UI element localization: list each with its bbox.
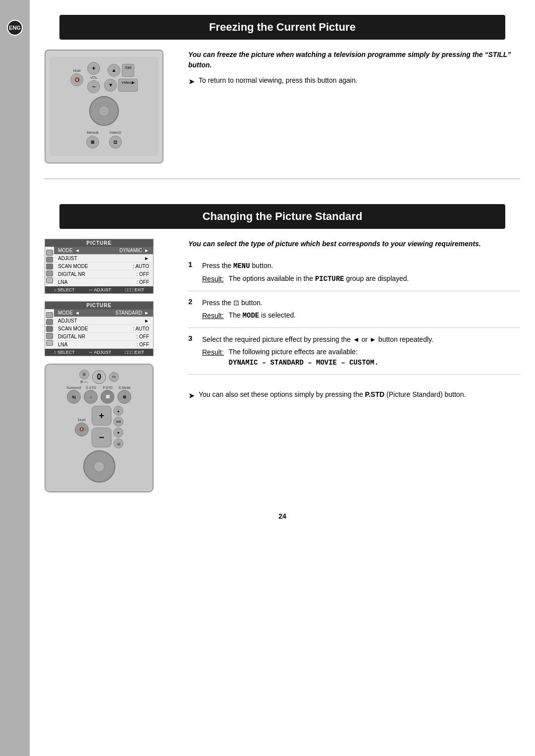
menu1-icon1 bbox=[46, 250, 53, 256]
nav-cross-freeze[interactable] bbox=[89, 96, 119, 126]
btn-still-large[interactable]: Still bbox=[113, 417, 123, 427]
section2-intro: You can select the type of picture which… bbox=[188, 239, 520, 249]
btn-ch-up-large[interactable]: ▲ bbox=[113, 406, 123, 416]
remote-large-row1: ⊞ ⊞ -/-- 0 TV bbox=[51, 370, 148, 384]
bullet-arrow-icon: ➤ bbox=[188, 76, 195, 88]
step3-num: 3 bbox=[188, 334, 202, 368]
nav-cross-large[interactable] bbox=[83, 450, 115, 483]
mute-button[interactable]: 🔇 bbox=[70, 73, 83, 86]
section1-left: Mute 🔇 + VOL − bbox=[45, 50, 173, 163]
menu1-row-mode: MODE ◄ DYNAMIC ► bbox=[54, 247, 153, 255]
menu1-icon2 bbox=[46, 257, 53, 263]
section1-intro: You can freeze the picture when watching… bbox=[188, 50, 520, 70]
step3-content: Select the required picture effect by pr… bbox=[202, 334, 520, 368]
menu-button-freeze[interactable]: ⊞ bbox=[86, 136, 99, 149]
step2-content: Press the ⊡ button. Result: The MODE is … bbox=[202, 297, 520, 322]
menu2-title: PICTURE bbox=[45, 302, 153, 309]
pstd-note: ➤ You can also set these options simply … bbox=[188, 389, 520, 402]
step2-result-label: Result: bbox=[202, 310, 224, 321]
section-picture-standard: Changing the Picture Standard PICTURE bbox=[30, 194, 535, 507]
menu2-rows: MODE ◄ STANDARD ► ADJUST ► bbox=[54, 309, 153, 349]
menu2-row-mode: MODE ◄ STANDARD ► bbox=[54, 309, 153, 317]
btn-smode[interactable]: ⊞ bbox=[117, 390, 131, 404]
section1-right: You can freeze the picture when watching… bbox=[188, 50, 520, 163]
menu2-icon1 bbox=[46, 312, 53, 318]
step2-result-text: The MODE is selected. bbox=[229, 310, 296, 321]
section1-bullet: ➤ To return to normal viewing, press thi… bbox=[188, 75, 520, 88]
btn-epg[interactable]: ⊞ bbox=[79, 370, 89, 379]
step3-result-label: Result: bbox=[202, 347, 224, 368]
ch-up-button[interactable]: ▲ bbox=[107, 64, 120, 77]
menu2-icon2 bbox=[46, 319, 53, 325]
btn-mute-large[interactable]: 🔇 bbox=[75, 423, 89, 436]
menu-box-standard: PICTURE MODE bbox=[45, 301, 154, 356]
eng-badge: ENG bbox=[7, 20, 23, 36]
step3-result-text: The following picture effects are availa… bbox=[229, 347, 378, 368]
btn-video-large[interactable]: 📹 bbox=[113, 438, 123, 448]
video-button[interactable]: Video▶ bbox=[118, 79, 137, 92]
ch-down-button[interactable]: ▼ bbox=[104, 79, 117, 92]
section2-content-row: PICTURE MODE bbox=[45, 239, 520, 492]
section-freeze: Freezing the Current Picture Mute 🔇 bbox=[30, 0, 535, 178]
nav-center-freeze[interactable] bbox=[99, 106, 109, 116]
menu2-icon3 bbox=[46, 326, 53, 332]
btn-sstd[interactable]: ♪ bbox=[84, 390, 98, 404]
remote-large-pstd: ⊞ ⊞ -/-- 0 TV Surround bbox=[45, 364, 154, 492]
step3-row: 3 Select the required picture effect by … bbox=[188, 328, 520, 375]
btn-zero[interactable]: 0 bbox=[92, 370, 106, 384]
remote-image-freeze: Mute 🔇 + VOL − bbox=[45, 50, 163, 163]
btn-surround[interactable]: S) bbox=[67, 390, 81, 404]
menu1-footer: ↕ SELECT ↔ ADJUST □□□ EXIT bbox=[45, 286, 153, 293]
menu2-icons bbox=[45, 309, 54, 349]
remote-large-row2: Surround S) S.STD ♪ P.STD 🖼 S.Mode bbox=[51, 386, 148, 404]
step1-content: Press the MENU button. Result: The optio… bbox=[202, 260, 520, 285]
menu2-icon5 bbox=[46, 340, 53, 346]
page-number: 24 bbox=[30, 507, 535, 530]
btn-tv[interactable]: TV bbox=[109, 372, 119, 382]
section1-title: Freezing the Current Picture bbox=[59, 15, 505, 40]
section2-title: Changing the Picture Standard bbox=[59, 204, 505, 229]
still-button[interactable]: Still bbox=[122, 64, 134, 77]
menu2-row-scan: SCAN MODE : AUTO bbox=[54, 325, 153, 333]
menu2-row-digital: DIGITAL NR : OFF bbox=[54, 333, 153, 341]
menu1-icon4 bbox=[46, 270, 53, 276]
menu1-title: PICTURE bbox=[45, 239, 153, 247]
menu2-row-adjust: ADJUST ► bbox=[54, 317, 153, 325]
step2-row: 2 Press the ⊡ button. Result: The MODE i… bbox=[188, 291, 520, 328]
vol-up-button[interactable]: + bbox=[87, 62, 100, 75]
menu2-footer: ↕ SELECT ↔ ADJUST □□□ EXIT bbox=[45, 349, 153, 356]
menu2-body: MODE ◄ STANDARD ► ADJUST ► bbox=[45, 309, 153, 349]
step1-num: 1 bbox=[188, 260, 202, 285]
menu2-row-lna: LNA : OFF bbox=[54, 341, 153, 349]
menu1-icon3 bbox=[46, 264, 53, 270]
pstd-arrow-icon: ➤ bbox=[188, 390, 195, 402]
nav-center-large[interactable] bbox=[94, 461, 105, 472]
sidebar: ENG bbox=[0, 0, 30, 756]
btn-vol-down-large[interactable]: − bbox=[92, 428, 111, 447]
menu1-rows: MODE ◄ DYNAMIC ► ADJUST ► bbox=[54, 247, 153, 286]
step1-result-text: The options available in the PICTURE gro… bbox=[229, 273, 409, 284]
remote-top-row1: Mute 🔇 + VOL − bbox=[54, 62, 154, 93]
remote-mini-freeze: Mute 🔇 + VOL − bbox=[50, 57, 159, 156]
btn-pstd[interactable]: 🖼 bbox=[101, 390, 114, 404]
btn-ch-down-large[interactable]: ▼ bbox=[113, 428, 123, 437]
menu1-row-scan: SCAN MODE : AUTO bbox=[54, 263, 153, 270]
btn-vol-up-large[interactable]: + bbox=[92, 406, 111, 426]
section2-right: You can select the type of picture which… bbox=[188, 239, 520, 492]
menu1-body: MODE ◄ DYNAMIC ► ADJUST ► bbox=[45, 247, 153, 286]
step3-result: Result: The following picture effects ar… bbox=[202, 347, 520, 368]
main-content: Freezing the Current Picture Mute 🔇 bbox=[30, 0, 535, 756]
section-divider bbox=[45, 178, 520, 179]
section2-left: PICTURE MODE bbox=[45, 239, 173, 492]
menu1-row-lna: LNA : OFF bbox=[54, 278, 153, 286]
menu2-icon4 bbox=[46, 333, 53, 339]
menu-box-dynamic: PICTURE MODE bbox=[45, 239, 154, 294]
step1-result-label: Result: bbox=[202, 273, 224, 284]
vol-down-button[interactable]: − bbox=[87, 80, 100, 93]
section1-content-row: Mute 🔇 + VOL − bbox=[45, 50, 520, 163]
menu1-row-adjust: ADJUST ► bbox=[54, 255, 153, 263]
step1-result: Result: The options available in the PIC… bbox=[202, 273, 520, 284]
step2-result: Result: The MODE is selected. bbox=[202, 310, 520, 321]
menu1-row-digital: DIGITAL NR : OFF bbox=[54, 270, 153, 278]
video2-button[interactable]: ⊡ bbox=[109, 136, 122, 149]
